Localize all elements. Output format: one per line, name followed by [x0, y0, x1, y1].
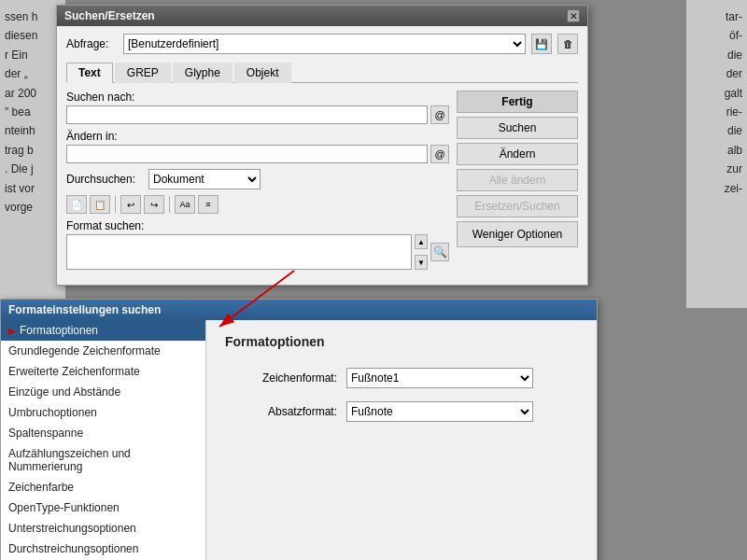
tree-item-grundlegende[interactable]: Grundlegende Zeichenformate [1, 341, 205, 361]
zeichenformat-select[interactable]: Fußnote1 [346, 368, 533, 388]
toolbar-divider-1 [115, 196, 116, 213]
durchsuchen-row: Durchsuchen: Dokument [66, 169, 449, 189]
tree-arrow-icon: ▶ [8, 326, 16, 336]
format-tree-panel: ▶ Formatoptionen Grundlegende Zeichenfor… [1, 320, 206, 560]
alle-aendern-button[interactable]: Alle ändern [457, 169, 578, 191]
tree-item-zeichenfarbe[interactable]: Zeichenfarbe [1, 477, 205, 497]
tree-item-durchstreichung[interactable]: Durchstreichungsoptionen [1, 539, 205, 559]
scroll-down-button[interactable]: ▼ [415, 255, 428, 270]
zeichenformat-row: Zeichenformat: Fußnote1 [225, 368, 578, 388]
fertig-button[interactable]: Fertig [457, 91, 578, 113]
format-suchen-label: Format suchen: [66, 219, 449, 232]
close-button[interactable]: ✕ [567, 9, 580, 22]
suchen-button[interactable]: Suchen [457, 117, 578, 139]
find-replace-dialog: Suchen/Ersetzen ✕ Abfrage: [Benutzerdefi… [56, 5, 588, 286]
tab-glyphe[interactable]: Glyphe [173, 63, 233, 83]
icon-backwards[interactable]: ↪ [144, 195, 164, 214]
toolbar-row: 📄 📋 ↩ ↪ Aa ≡ [66, 195, 449, 214]
format-search-icon[interactable]: 🔍 [430, 243, 449, 261]
dialog-title: Suchen/Ersetzen [64, 9, 155, 22]
suchen-input[interactable] [66, 105, 428, 124]
icon-format[interactable]: ≡ [198, 195, 218, 214]
tree-item-opentype[interactable]: OpenType-Funktionen [1, 497, 205, 518]
dialog-titlebar: Suchen/Ersetzen ✕ [57, 6, 587, 26]
delete-query-icon[interactable]: 🗑 [557, 34, 578, 54]
absatzformat-select[interactable]: Fußnote [346, 401, 533, 422]
dialog-left-panel: Suchen nach: @ Ändern in: @ Du [66, 91, 449, 275]
tab-grep[interactable]: GREP [115, 63, 171, 83]
aendern-row: Ändern in: @ [66, 130, 449, 163]
abfrage-row: Abfrage: [Benutzerdefiniert] 💾 🗑 [66, 34, 578, 54]
format-right-title: Formatoptionen [225, 334, 578, 349]
suchen-label: Suchen nach: [66, 91, 449, 104]
icon-whole-word[interactable]: 📋 [90, 195, 110, 214]
aendern-input[interactable] [66, 145, 428, 163]
tree-item-spaltenspanne[interactable]: Spaltenspanne [1, 423, 205, 443]
tree-item-formatoptionen[interactable]: ▶ Formatoptionen [1, 320, 205, 341]
format-settings-dialog: Formateinstellungen suchen ▶ Formatoptio… [0, 299, 598, 560]
suchen-at-button[interactable]: @ [430, 105, 449, 124]
aendern-label: Ändern in: [66, 130, 449, 143]
tree-item-unterstreichung[interactable]: Unterstreichungsoptionen [1, 518, 205, 539]
absatzformat-row: Absatzformat: Fußnote [225, 401, 578, 422]
aendern-button[interactable]: Ändern [457, 143, 578, 165]
icon-wrap-around[interactable]: ↩ [120, 195, 141, 214]
format-right-panel: Formatoptionen Zeichenformat: Fußnote1 A… [206, 320, 597, 560]
tab-objekt[interactable]: Objekt [234, 63, 291, 83]
icon-aa[interactable]: Aa [175, 195, 195, 214]
dialog-content: Suchen nach: @ Ändern in: @ Du [66, 91, 578, 275]
dialog-right-panel: Fertig Suchen Ändern Alle ändern Ersetze… [457, 91, 578, 275]
format-suchen-scroll: ▲ ▼ [415, 234, 428, 270]
format-dialog-title: Formateinstellungen suchen [8, 303, 161, 316]
absatzformat-label: Absatzformat: [225, 405, 337, 418]
scroll-up-button[interactable]: ▲ [415, 234, 428, 249]
ersetzen-suchen-button[interactable]: Ersetzen/Suchen [457, 195, 578, 217]
save-query-icon[interactable]: 💾 [531, 34, 552, 54]
format-dialog-titlebar: Formateinstellungen suchen [1, 300, 597, 320]
tree-item-aufzaehlung[interactable]: Aufzählungszeichen und Nummerierung [1, 443, 205, 477]
toolbar-divider-2 [169, 196, 170, 213]
icon-case-sensitive[interactable]: 📄 [66, 195, 87, 214]
suchen-row: Suchen nach: @ [66, 91, 449, 124]
tabs-row: Text GREP Glyphe Objekt [66, 62, 578, 83]
durchsuchen-select[interactable]: Dokument [148, 169, 261, 189]
abfrage-label: Abfrage: [66, 37, 118, 50]
format-suchen-input[interactable] [66, 234, 412, 270]
format-dialog-body: ▶ Formatoptionen Grundlegende Zeichenfor… [1, 320, 597, 560]
abfrage-select[interactable]: [Benutzerdefiniert] [123, 34, 526, 54]
zeichenformat-label: Zeichenformat: [225, 371, 337, 385]
tab-text[interactable]: Text [66, 63, 113, 83]
tree-item-einzuege[interactable]: Einzüge und Abstände [1, 382, 205, 402]
durchsuchen-label: Durchsuchen: [66, 173, 141, 186]
aendern-at-button[interactable]: @ [430, 145, 449, 163]
document-background-right: tar- öf- die der galt rie- die alb zur z… [686, 0, 747, 308]
tree-item-erweiterte[interactable]: Erweiterte Zeichenformate [1, 361, 205, 382]
tree-item-umbruch[interactable]: Umbruchoptionen [1, 402, 205, 423]
format-suchen-row: Format suchen: ▲ ▼ 🔍 [66, 219, 449, 270]
weniger-optionen-button[interactable]: Weniger Optionen [457, 221, 578, 247]
